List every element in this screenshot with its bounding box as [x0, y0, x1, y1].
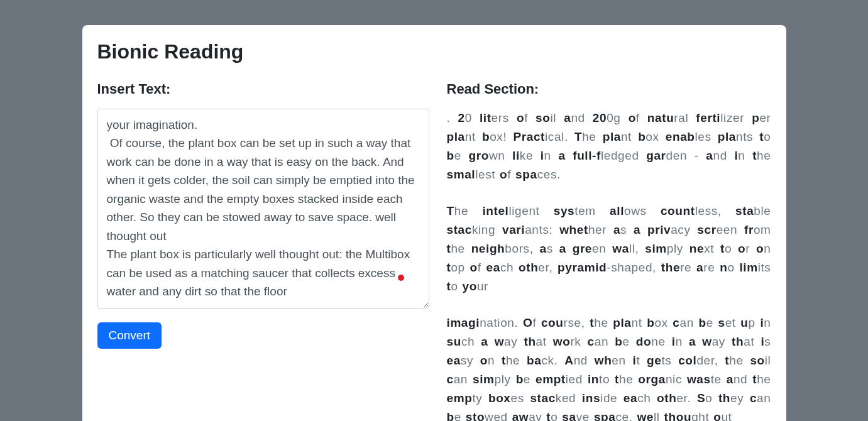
- read-paragraph: imagination. Of course, the plant box ca…: [447, 314, 771, 421]
- convert-button[interactable]: Convert: [97, 322, 162, 349]
- right-column: Read Section: . 20 liters of soil and 20…: [444, 81, 771, 421]
- insert-text-label: Insert Text:: [97, 81, 429, 97]
- read-output: . 20 liters of soil and 200g of natural …: [447, 109, 771, 421]
- page-title: Bionic Reading: [97, 40, 771, 63]
- read-paragraph: . 20 liters of soil and 200g of natural …: [447, 109, 771, 184]
- read-section-label: Read Section:: [447, 81, 771, 97]
- red-dot-icon: [398, 275, 404, 281]
- columns: Insert Text: Convert Read Section: . 20 …: [97, 81, 771, 421]
- text-input[interactable]: [97, 109, 429, 309]
- read-paragraph: The intelligent system allows countless,…: [447, 202, 771, 296]
- app-card: Bionic Reading Insert Text: Convert Read…: [82, 25, 786, 421]
- left-column: Insert Text: Convert: [97, 81, 429, 421]
